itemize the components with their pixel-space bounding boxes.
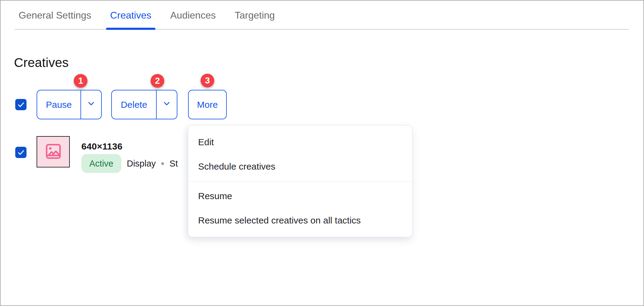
creative-meta-truncated: St xyxy=(169,159,178,169)
page: General Settings Creatives Audiences Tar… xyxy=(0,0,644,306)
tab-general-settings[interactable]: General Settings xyxy=(15,1,95,30)
creative-title: 640×1136 xyxy=(81,141,123,152)
step-badge-1: 1 xyxy=(74,74,87,88)
pause-split-button: Pause xyxy=(37,90,102,119)
menu-item-edit[interactable]: Edit xyxy=(188,130,412,154)
pause-button[interactable]: Pause xyxy=(37,90,80,119)
creative-thumbnail[interactable] xyxy=(37,136,70,167)
delete-button[interactable]: Delete xyxy=(112,90,156,119)
delete-split-button: Delete xyxy=(111,90,177,119)
creative-row-checkbox[interactable] xyxy=(15,147,27,158)
more-button[interactable]: More xyxy=(188,90,227,119)
chevron-down-icon xyxy=(86,98,96,111)
menu-item-schedule-creatives[interactable]: Schedule creatives xyxy=(188,154,412,179)
select-all-checkbox[interactable] xyxy=(15,99,27,110)
checkmark-icon xyxy=(17,149,25,157)
creative-type: Display xyxy=(127,159,156,169)
tab-targeting[interactable]: Targeting xyxy=(231,1,279,30)
meta-separator-dot xyxy=(161,162,164,165)
image-icon xyxy=(44,142,62,162)
menu-item-resume[interactable]: Resume xyxy=(188,184,412,208)
tabs: General Settings Creatives Audiences Tar… xyxy=(15,1,279,30)
menu-divider xyxy=(188,181,412,181)
tab-bar: General Settings Creatives Audiences Tar… xyxy=(1,1,643,30)
menu-item-resume-all-tactics[interactable]: Resume selected creatives on all tactics xyxy=(188,208,412,233)
more-menu: Edit Schedule creatives Resume Resume se… xyxy=(188,125,412,237)
tab-creatives[interactable]: Creatives xyxy=(106,1,155,30)
chevron-down-icon xyxy=(162,98,172,111)
tab-audiences[interactable]: Audiences xyxy=(166,1,220,30)
step-badge-3: 3 xyxy=(201,74,214,87)
checkmark-icon xyxy=(17,101,25,109)
creative-meta: Active Display St xyxy=(81,154,178,173)
step-badge-2: 2 xyxy=(151,74,164,88)
delete-dropdown-toggle[interactable] xyxy=(156,90,177,119)
status-badge: Active xyxy=(81,154,121,173)
page-title: Creatives xyxy=(14,55,69,70)
pause-dropdown-toggle[interactable] xyxy=(80,90,101,119)
